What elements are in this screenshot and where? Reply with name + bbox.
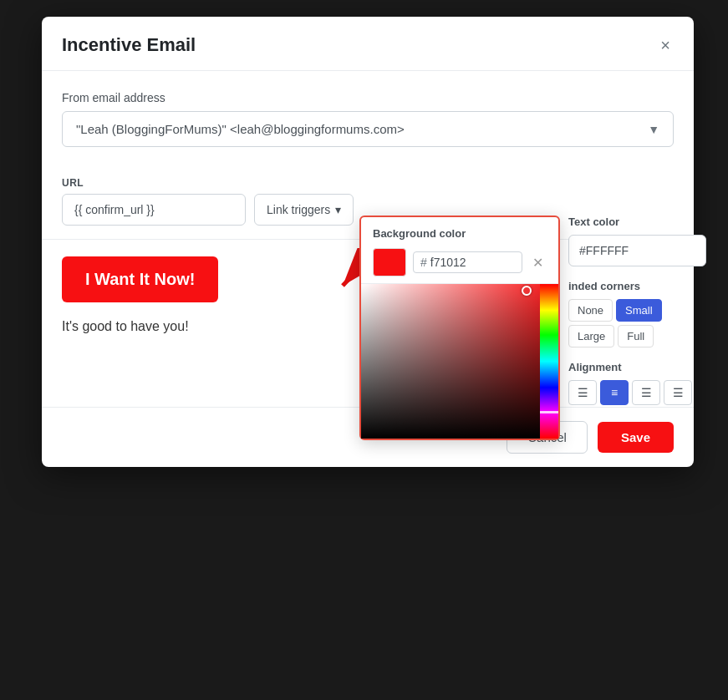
from-email-select[interactable]: "Leah (BloggingForMums)" <leah@bloggingf… [62,111,674,147]
url-col: URL [62,177,246,226]
corners-section: inded corners None Small Large Full [568,280,706,347]
gradient-area-wrapper [361,284,558,439]
email-section: From email address "Leah (BloggingForMum… [42,71,694,164]
hex-input-wrapper: # [413,251,522,273]
corner-none-button[interactable]: None [568,299,613,322]
modal-header: Incentive Email × [42,17,694,71]
hex-input[interactable] [430,256,489,269]
alignment-options: ☰ ≡ ☰ ☰ [568,380,706,405]
from-email-value: "Leah (BloggingForMums)" <leah@bloggingf… [76,122,405,136]
align-left-button[interactable]: ☰ [568,380,597,405]
corners-options: None Small Large Full [568,299,706,347]
gradient-picker[interactable] [361,284,558,439]
align-justify-icon: ☰ [673,386,684,399]
dropdown-arrow-icon: ▼ [648,123,659,136]
hue-indicator [540,411,558,413]
alignment-section: Alignment ☰ ≡ ☰ ☰ [568,361,706,405]
right-panel: Text color inded corners None Small Larg… [568,216,706,418]
url-label: URL [62,177,246,189]
text-color-input[interactable] [568,235,706,266]
align-right-icon: ☰ [641,386,652,399]
hue-slider[interactable] [540,284,558,439]
color-picker-label: Background color [373,227,547,240]
modal-title: Incentive Email [62,34,196,56]
hash-symbol: # [420,256,427,269]
link-triggers-label: Link triggers [267,203,330,216]
sidebar-strip [0,0,40,700]
color-hex-row: # ✕ [373,248,547,276]
color-picker-popup: Background color # ✕ [359,216,560,440]
url-input[interactable] [62,194,246,226]
align-center-icon: ≡ [611,386,618,399]
cta-button[interactable]: I Want It Now! [62,256,218,302]
from-email-label: From email address [62,91,674,104]
gradient-canvas [361,284,558,439]
color-swatch[interactable] [373,248,406,276]
text-color-section: Text color [568,216,706,266]
corner-small-button[interactable]: Small [616,299,662,322]
align-left-icon: ☰ [578,386,588,399]
corners-label: inded corners [568,280,706,292]
align-justify-button[interactable]: ☰ [664,380,692,405]
color-picker-header: Background color # ✕ [361,217,558,284]
corner-full-button[interactable]: Full [618,325,654,347]
alignment-label: Alignment [568,361,706,373]
corner-large-button[interactable]: Large [568,325,614,347]
save-button[interactable]: Save [598,422,674,453]
close-button[interactable]: × [657,33,674,57]
link-triggers-arrow-icon: ▾ [335,203,341,216]
link-triggers-button[interactable]: Link triggers ▾ [254,194,354,226]
align-center-button[interactable]: ≡ [600,380,629,405]
align-right-button[interactable]: ☰ [632,380,660,405]
text-color-label: Text color [568,216,706,228]
gradient-indicator [522,286,532,296]
close-color-picker-button[interactable]: ✕ [529,255,547,271]
